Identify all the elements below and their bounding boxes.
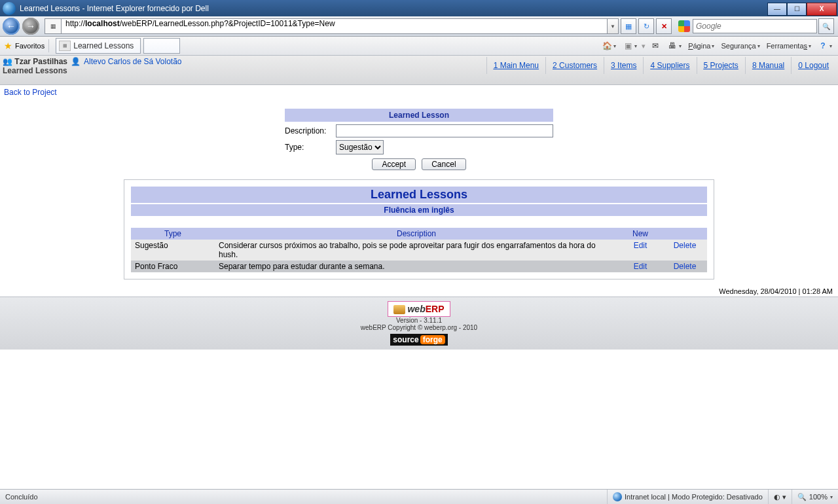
cell-type: Sugestão <box>131 240 215 261</box>
type-label: Type: <box>285 143 336 152</box>
version-text: Version - 3.11.1 <box>396 317 442 324</box>
app-header: 👥 Tzar Pastilhas 👤 Altevo Carlos de Sá V… <box>0 56 838 85</box>
cell-type: Ponto Fraco <box>131 261 215 272</box>
user-icon: 👤 <box>69 57 82 66</box>
stop-button[interactable]: ✕ <box>656 18 672 34</box>
company-name: Tzar Pastilhas <box>14 57 67 66</box>
sourceforge-logo[interactable]: sourceforge <box>390 334 447 346</box>
window-title: Learned Lessons - Internet Explorer forn… <box>18 4 767 13</box>
menu-suppliers[interactable]: 4 Suppliers <box>643 57 696 74</box>
url-host: localhost <box>85 19 120 28</box>
status-done: Concluído <box>0 490 607 504</box>
panel-title: Learned Lessons <box>131 187 707 203</box>
protected-mode-toggle[interactable]: ◐ ▾ <box>768 490 792 504</box>
tab-label: Learned Lessons <box>73 41 134 50</box>
lessons-panel: Learned Lessons Fluência em inglês Type … <box>124 179 714 279</box>
form-title: Learned Lesson <box>285 109 553 122</box>
maximize-button[interactable]: ☐ <box>787 3 807 16</box>
menu-projects[interactable]: 5 Projects <box>697 57 745 74</box>
edit-link[interactable]: Edit <box>634 241 647 250</box>
edit-link[interactable]: Edit <box>634 262 647 271</box>
minimize-button[interactable]: — <box>767 3 787 16</box>
status-zone: Intranet local | Modo Protegido: Desativ… <box>607 490 768 504</box>
delete-link[interactable]: Delete <box>674 262 697 271</box>
browser-navbar: ← → ▦ http://localhost/webERP/LearnedLes… <box>0 16 838 37</box>
company-icon: 👥 <box>3 57 12 66</box>
google-icon <box>678 20 690 32</box>
site-icon[interactable]: ▦ <box>45 18 62 34</box>
back-button[interactable]: ← <box>3 18 20 35</box>
print-icon: 🖶 <box>667 41 678 51</box>
home-button[interactable]: 🏠▾ <box>600 39 618 52</box>
accept-button[interactable]: Accept <box>372 158 416 170</box>
mail-icon: ✉ <box>650 41 661 51</box>
cell-description: Considerar cursos próximos ao trabalho, … <box>215 240 618 261</box>
zoom-icon: 🔍 <box>797 493 807 501</box>
tab-favicon: ▦ <box>59 41 71 51</box>
safety-menu[interactable]: Segurança▾ <box>719 41 761 51</box>
menu-manual[interactable]: 8 Manual <box>745 57 791 74</box>
zone-icon <box>613 492 622 501</box>
th-type: Type <box>131 228 215 240</box>
description-label: Description: <box>285 126 336 135</box>
description-input[interactable] <box>336 124 553 137</box>
app-footer: webERP Version - 3.11.1 webERP Copyright… <box>0 297 838 350</box>
home-icon: 🏠 <box>602 41 612 51</box>
url-path: /webERP/LearnedLesson.php?&ProjectID=100… <box>120 19 335 28</box>
type-select[interactable]: Sugestão <box>336 140 384 154</box>
url-prefix: http:// <box>65 19 85 28</box>
help-icon: ? <box>818 41 828 51</box>
lessons-table: Type Description New SugestãoConsiderar … <box>131 228 707 272</box>
weberp-logo[interactable]: webERP <box>388 301 450 317</box>
compat-view-button[interactable]: ▦ <box>621 18 636 34</box>
help-button[interactable]: ?▾ <box>816 39 834 52</box>
refresh-button[interactable]: ↻ <box>638 18 654 34</box>
back-to-project-link[interactable]: Back to Project <box>4 88 57 97</box>
table-row: Ponto FracoSeparar tempo para estudar du… <box>131 261 707 272</box>
page-title: Learned Lessons <box>3 66 182 75</box>
menu-customers[interactable]: 2 Customers <box>545 57 604 74</box>
search-go-button[interactable]: 🔍 <box>818 18 834 34</box>
address-bar[interactable]: http://localhost/webERP/LearnedLesson.ph… <box>62 18 608 34</box>
cancel-button[interactable]: Cancel <box>422 158 465 170</box>
lesson-form: Learned Lesson Description: Type: Sugest… <box>285 109 553 170</box>
favorites-star-icon[interactable]: ★ <box>4 41 12 51</box>
user-link[interactable]: Altevo Carlos de Sá Volotão <box>84 57 181 66</box>
rss-icon: ▣ <box>623 41 633 51</box>
menu-logout[interactable]: 0 Logout <box>791 57 835 74</box>
forward-button[interactable]: → <box>22 18 39 35</box>
zoom-control[interactable]: 🔍 100% ▾ <box>792 490 838 504</box>
command-strip: 🏠▾ ▣▾ ▾ ✉ 🖶▾ Página▾ Segurança▾ Ferramen… <box>600 39 838 52</box>
panel-subtitle: Fluência em inglês <box>131 204 707 216</box>
favorites-bar: ★ Favoritos ▦ Learned Lessons 🏠▾ ▣▾ ▾ ✉ … <box>0 37 838 56</box>
th-blank <box>663 228 707 240</box>
address-dropdown[interactable]: ▼ <box>608 18 619 34</box>
delete-link[interactable]: Delete <box>674 241 697 250</box>
new-tab-button[interactable] <box>143 38 180 54</box>
timestamp: Wednesday, 28/04/2010 | 01:28 AM <box>0 282 838 295</box>
feeds-button[interactable]: ▣▾ <box>621 39 639 52</box>
search-box: 🔍 <box>676 18 834 34</box>
window-titlebar: Learned Lessons - Internet Explorer forn… <box>0 0 838 16</box>
status-bar: Concluído Intranet local | Modo Protegid… <box>0 489 838 504</box>
print-button[interactable]: 🖶▾ <box>665 39 683 52</box>
tools-menu[interactable]: Ferramentas▾ <box>765 41 813 51</box>
menu-items[interactable]: 3 Items <box>604 57 643 74</box>
browser-tab-active[interactable]: ▦ Learned Lessons <box>56 38 141 54</box>
read-mail-button[interactable]: ✉ <box>648 39 663 52</box>
menu-main-menu[interactable]: 1 Main Menu <box>486 57 545 74</box>
search-input[interactable] <box>693 19 817 33</box>
close-button[interactable]: X <box>807 3 837 16</box>
ie-icon <box>3 2 16 15</box>
new-link[interactable]: New <box>632 229 648 238</box>
page-menu[interactable]: Página▾ <box>686 41 716 51</box>
copyright-text: webERP Copyright © weberp.org - 2010 <box>361 324 477 331</box>
cell-description: Separar tempo para estudar durante a sem… <box>215 261 618 272</box>
table-row: SugestãoConsiderar cursos próximos ao tr… <box>131 240 707 261</box>
th-description: Description <box>215 228 618 240</box>
main-menu: 1 Main Menu2 Customers3 Items4 Suppliers… <box>486 57 835 74</box>
favorites-label[interactable]: Favoritos <box>15 42 45 50</box>
